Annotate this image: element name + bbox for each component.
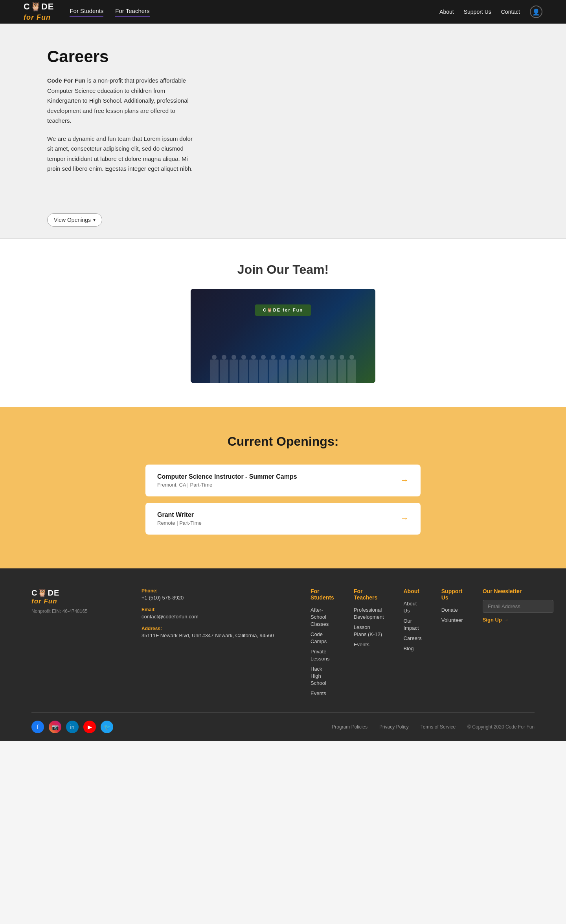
legal-copyright: © Copyright 2020 Code For Fun [467,724,535,730]
nav-support[interactable]: Support Us [464,9,491,15]
footer-about-title: About [404,588,422,594]
navbar-right: About Support Us Contact 👤 [439,6,542,18]
list-item[interactable]: Events [311,690,334,697]
footer-address: Address: 35111F Newark Blvd, Unit #347 N… [142,626,279,638]
footer-ein: Nonprofit EIN: 46-4748165 [31,609,110,614]
legal-privacy-link[interactable]: Privacy Policy [379,724,409,730]
list-item[interactable]: Our Impact [404,617,422,631]
list-item[interactable]: Careers [404,634,422,642]
list-item[interactable]: Volunteer [441,616,463,623]
newsletter-email-input[interactable] [483,600,553,613]
list-item[interactable]: Blog [404,645,422,652]
openings-section: Current Openings: Computer Science Instr… [0,407,566,568]
nav-contact[interactable]: Contact [501,9,520,15]
footer-email-label: Email: [142,607,279,612]
nav-teachers[interactable]: For Teachers [115,7,149,17]
join-team-title: Join Our Team! [47,262,519,277]
sign-up-button[interactable]: Sign Up → [483,617,509,623]
careers-intro-bold: Code For Fun [47,77,86,84]
list-item[interactable]: After-School Classes [311,606,334,627]
footer-phone-label: Phone: [142,588,279,594]
careers-intro: Code For Fun is a non-profit that provid… [47,76,197,126]
sign-up-label: Sign Up [483,617,502,623]
list-item[interactable]: Code Camps [311,631,334,645]
job-location-1: Fremont, CA [157,482,186,488]
twitter-icon[interactable]: 🐦 [101,721,113,733]
openings-title: Current Openings: [47,434,519,449]
chevron-down-icon: ▾ [93,217,96,223]
youtube-icon[interactable]: ▶ [83,721,96,733]
person-silhouette [279,360,287,383]
footer-link[interactable]: Donate [441,607,458,613]
person-silhouette [210,360,219,383]
facebook-icon[interactable]: f [31,721,44,733]
job-arrow-2: → [400,513,409,524]
main-nav: For Students For Teachers [70,7,439,17]
footer-link[interactable]: Careers [404,635,422,641]
person-silhouette [239,360,248,383]
instagram-icon[interactable]: 📷 [49,721,61,733]
list-item[interactable]: Lesson Plans (K-12) [354,623,384,638]
person-silhouette [347,360,356,383]
footer-link[interactable]: Lesson Plans (K-12) [354,624,382,637]
footer-link[interactable]: After-School Classes [311,607,329,627]
footer-link[interactable]: Professional Development [354,607,384,620]
logo[interactable]: C🦉DEfor Fun [24,2,54,22]
footer-link[interactable]: Code Camps [311,631,327,644]
footer-email-value: contact@codeforfun.com [142,614,279,620]
legal-terms-link[interactable]: Terms of Service [421,724,456,730]
job-card-1-info: Computer Science Instructor - Summer Cam… [157,473,297,488]
job-meta-2: Remote | Part-Time [157,520,202,526]
view-openings-button[interactable]: View Openings ▾ [47,213,102,227]
footer-students-list: After-School Classes Code Camps Private … [311,606,334,697]
footer-top: C🦉DE for Fun Nonprofit EIN: 46-4748165 P… [31,588,535,713]
footer-brand: C🦉DE for Fun Nonprofit EIN: 46-4748165 [31,588,110,697]
arrow-right-icon: → [504,617,509,623]
join-team-section: Join Our Team! C🦉DE for Fun [0,239,566,407]
footer-link[interactable]: Volunteer [441,617,463,623]
view-openings-bar: View Openings ▾ [0,213,566,239]
footer-link[interactable]: Blog [404,646,414,651]
footer-links: For Students After-School Classes Code C… [311,588,553,697]
person-silhouette [338,360,346,383]
footer-link[interactable]: Hack High School [311,666,326,686]
footer-phone-value: +1 (510) 578-8920 [142,595,279,601]
list-item[interactable]: Professional Development [354,606,384,620]
person-silhouette [308,360,317,383]
footer-link[interactable]: Events [311,690,326,696]
list-item[interactable]: Events [354,641,384,648]
footer-teachers-list: Professional Development Lesson Plans (K… [354,606,384,648]
person-silhouette [230,360,238,383]
nav-students[interactable]: For Students [70,7,103,17]
list-item[interactable]: Donate [441,606,463,613]
footer-support-title: Support Us [441,588,463,601]
job-arrow-1: → [400,475,409,485]
user-icon[interactable]: 👤 [530,6,542,18]
footer-link[interactable]: Our Impact [404,618,419,631]
logo-fun: for Fun [24,13,51,21]
footer-newsletter: Our Newsletter Sign Up → [483,588,553,697]
footer-address-label: Address: [142,626,279,631]
footer-link[interactable]: About Us [404,601,417,614]
footer-students-title: For Students [311,588,334,601]
social-icons: f 📷 in ▶ 🐦 [31,721,113,733]
footer-link[interactable]: Private Lessons [311,649,329,662]
careers-intro-text: is a non-profit that provides affordable… [47,77,189,124]
list-item[interactable]: Private Lessons [311,648,334,662]
footer-about-list: About Us Our Impact Careers Blog [404,600,422,652]
team-photo: C🦉DE for Fun [191,289,375,383]
nav-about[interactable]: About [439,9,454,15]
person-silhouette [220,360,228,383]
job-card-2[interactable]: Grant Writer Remote | Part-Time → [145,503,421,535]
list-item[interactable]: About Us [404,600,422,614]
linkedin-icon[interactable]: in [66,721,79,733]
job-card-1[interactable]: Computer Science Instructor - Summer Cam… [145,465,421,496]
list-item[interactable]: Hack High School [311,665,334,686]
team-photo-banner: C🦉DE for Fun [255,304,311,316]
legal-programs-link[interactable]: Program Policies [332,724,368,730]
job-title-1: Computer Science Instructor - Summer Cam… [157,473,297,480]
view-openings-label: View Openings [54,217,91,223]
footer-link[interactable]: Events [354,642,369,647]
navbar: C🦉DEfor Fun For Students For Teachers Ab… [0,0,566,24]
footer-teachers-title: For Teachers [354,588,384,601]
